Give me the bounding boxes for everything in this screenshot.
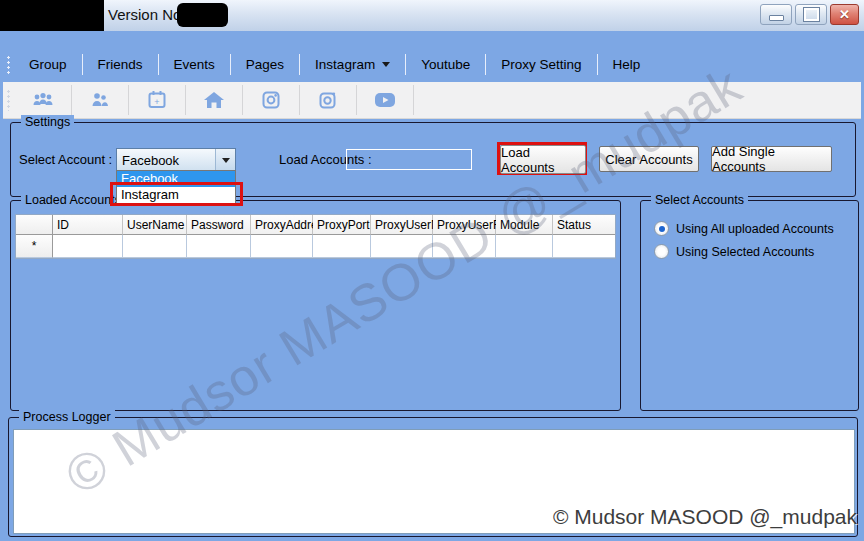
radio-label: Using Selected Accounts: [676, 245, 814, 259]
redacted-version-number: [177, 3, 228, 27]
events-calendar-icon: +: [146, 89, 168, 111]
table-cell[interactable]: [553, 235, 615, 258]
table-cell[interactable]: [313, 235, 371, 258]
table-cell[interactable]: [251, 235, 313, 258]
redacted-app-title: [0, 0, 104, 31]
maximize-icon: [804, 8, 819, 21]
process-logger-group: Process Logger: [8, 417, 858, 537]
radio-selected-icon: [654, 221, 669, 236]
column-header-username[interactable]: UserName: [123, 215, 187, 235]
radio-unselected-icon: [654, 244, 669, 259]
table-header-row: ID UserName Password ProxyAddre ProxyPor…: [16, 215, 615, 235]
toolbar: +: [3, 82, 861, 119]
app-window: Version No. : ✕ Group Friends Events Pag…: [0, 0, 864, 541]
toolbar-separator: [71, 85, 72, 115]
settings-group: Settings Select Account : Facebook Faceb…: [10, 122, 856, 197]
instagram-alt-icon: [318, 90, 338, 110]
menu-bar: Group Friends Events Pages Instagram You…: [4, 49, 860, 80]
select-account-label: Select Account :: [19, 152, 112, 167]
menu-separator: [82, 54, 83, 75]
toolbar-separator: [356, 85, 357, 115]
instagram-icon: [261, 90, 281, 110]
menu-separator: [597, 54, 598, 75]
column-header-id[interactable]: ID: [53, 215, 123, 235]
combobox-dropdown-button[interactable]: [215, 149, 235, 171]
table-cell[interactable]: [371, 235, 433, 258]
column-header-proxyport[interactable]: ProxyPort: [313, 215, 371, 235]
window-controls: ✕: [760, 4, 859, 25]
toolbar-pages-button[interactable]: [189, 85, 239, 115]
radio-label: Using All uploaded Accounts: [676, 222, 834, 236]
menu-separator: [299, 54, 300, 75]
column-header-proxyusername[interactable]: ProxyUserN: [371, 215, 433, 235]
load-accounts-button[interactable]: Load Accounts: [500, 145, 586, 174]
clear-accounts-button[interactable]: Clear Accounts: [599, 146, 699, 172]
svg-text:+: +: [154, 97, 159, 107]
table-cell[interactable]: [123, 235, 187, 258]
load-accounts-input[interactable]: [346, 149, 472, 170]
menu-item-help[interactable]: Help: [600, 52, 654, 77]
toolbar-separator: [413, 85, 414, 115]
table-cell[interactable]: [187, 235, 251, 258]
group-icon: [31, 90, 55, 110]
toolbar-separator: [299, 85, 300, 115]
dropdown-option-facebook[interactable]: Facebook: [117, 171, 235, 187]
youtube-icon: [373, 91, 397, 109]
add-single-accounts-button[interactable]: Add Single Accounts: [711, 146, 832, 172]
close-button[interactable]: ✕: [830, 4, 859, 25]
column-header-module[interactable]: Module: [496, 215, 553, 235]
column-header-proxyaddress[interactable]: ProxyAddre: [251, 215, 313, 235]
menu-separator: [405, 54, 406, 75]
table-cell[interactable]: [496, 235, 553, 258]
new-row-marker: *: [16, 235, 53, 258]
row-header-cell: [16, 215, 53, 235]
menu-item-instagram[interactable]: Instagram: [302, 52, 403, 77]
table-cell[interactable]: [433, 235, 496, 258]
accounts-table[interactable]: ID UserName Password ProxyAddre ProxyPor…: [15, 214, 616, 259]
menu-item-group[interactable]: Group: [16, 52, 80, 77]
process-logger-textarea[interactable]: [13, 429, 855, 534]
chevron-down-icon: [382, 62, 390, 67]
maximize-button[interactable]: [795, 4, 827, 25]
toolbar-separator: [128, 85, 129, 115]
loaded-accounts-group-label: Loaded Accounts: [21, 193, 125, 208]
pages-home-icon: [203, 90, 225, 110]
select-accounts-group-label: Select Accounts: [651, 193, 748, 208]
menu-item-proxy-setting[interactable]: Proxy Setting: [488, 52, 594, 77]
annotation-red-box-load-accounts: Load Accounts: [497, 142, 587, 175]
toolbar-separator: [185, 85, 186, 115]
toolbar-events-button[interactable]: +: [132, 85, 182, 115]
menu-separator: [485, 54, 486, 75]
toolbar-group-button[interactable]: [18, 85, 68, 115]
menu-grip-handle[interactable]: [7, 55, 10, 75]
table-cell[interactable]: [53, 235, 123, 258]
radio-using-selected-accounts[interactable]: Using Selected Accounts: [654, 244, 814, 259]
toolbar-friends-button[interactable]: [75, 85, 125, 115]
account-type-combobox[interactable]: Facebook: [116, 148, 236, 172]
column-header-status[interactable]: Status: [553, 215, 615, 235]
menu-separator: [158, 54, 159, 75]
menu-separator: [230, 54, 231, 75]
toolbar-instagram-alt-button[interactable]: [303, 85, 353, 115]
close-icon: ✕: [839, 8, 850, 21]
settings-group-label: Settings: [21, 115, 74, 130]
toolbar-instagram-button[interactable]: [246, 85, 296, 115]
column-header-proxyuserpass[interactable]: ProxyUserF: [433, 215, 496, 235]
menu-item-friends[interactable]: Friends: [85, 52, 156, 77]
toolbar-grip-handle[interactable]: [7, 89, 10, 111]
minimize-button[interactable]: [760, 4, 792, 25]
table-new-row[interactable]: *: [16, 235, 615, 258]
chevron-down-icon: [222, 158, 230, 163]
toolbar-youtube-button[interactable]: [360, 85, 410, 115]
dropdown-option-instagram[interactable]: Instagram: [117, 187, 235, 203]
menu-item-events[interactable]: Events: [161, 52, 228, 77]
process-logger-group-label: Process Logger: [19, 410, 115, 425]
loaded-accounts-group: Loaded Accounts ID UserName Password Pro…: [10, 200, 621, 411]
select-accounts-group: Select Accounts Using All uploaded Accou…: [640, 200, 859, 411]
menu-item-pages[interactable]: Pages: [233, 52, 297, 77]
combobox-value: Facebook: [117, 153, 215, 168]
radio-using-all-accounts[interactable]: Using All uploaded Accounts: [654, 221, 834, 236]
account-type-dropdown-list: Facebook Instagram: [116, 170, 236, 204]
column-header-password[interactable]: Password: [187, 215, 251, 235]
menu-item-youtube[interactable]: Youtube: [408, 52, 483, 77]
